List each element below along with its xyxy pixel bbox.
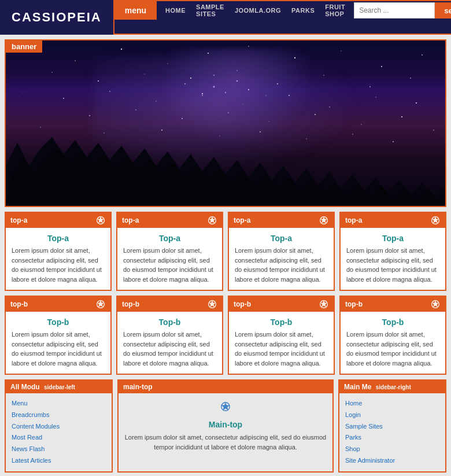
top-a-title-4: Top-a [341,228,445,246]
top-b-header-2: top-b [117,297,222,312]
sidebar-right-link-home[interactable]: Home [345,398,439,409]
sidebar-link-breadcrumbs[interactable]: Breadcrumbs [12,409,106,421]
top-a-label-1: top-a [10,216,27,224]
banner-background [6,40,445,206]
top-a-text-4: Lorem ipsum dolor sit amet, consectetur … [341,246,445,290]
top-b-label-2: top-b [122,300,139,308]
svg-point-16 [323,75,324,75]
svg-point-36 [401,116,402,117]
joomla-icon-3 [319,215,329,226]
banner-label: banner [6,40,42,53]
svg-point-37 [40,127,41,128]
banner-section: banner [5,39,446,207]
svg-point-21 [109,91,110,92]
sidebar-right-link-parks[interactable]: Parks [345,432,439,444]
svg-point-18 [410,78,411,79]
main-top-title: Main-top [124,415,327,433]
svg-point-15 [277,83,278,84]
top-b-text-4: Lorem ipsum dolor sit amet, consectetur … [341,330,445,374]
top-b-card-2: top-b Top-b Lorem ipsum dolor sit amet, … [116,296,223,375]
svg-point-28 [416,102,417,104]
svg-point-14 [236,70,238,71]
svg-point-45 [433,130,434,131]
svg-point-9 [422,54,423,56]
svg-point-13 [190,78,191,79]
search-button[interactable]: search [435,2,451,19]
svg-point-3 [167,63,168,64]
svg-point-35 [361,124,361,124]
all-modules-label: All Modu [10,383,40,391]
svg-point-12 [144,73,145,74]
sidebar-link-content-modules[interactable]: Content Modules [12,421,106,433]
svg-point-5 [248,46,249,47]
svg-point-2 [121,49,122,50]
sidebar-right-label: sidebar-right [376,384,411,390]
svg-point-10 [51,72,53,73]
svg-point-11 [98,80,99,82]
nav-link-home[interactable]: HOME [165,7,186,14]
svg-point-19 [23,92,23,93]
svg-point-27 [375,97,376,97]
nav-link-joomla[interactable]: JOOMLA.ORG [235,7,281,14]
top-a-text-2: Lorem ipsum dolor sit amet, consectetur … [117,246,222,290]
top-a-header-4: top-a [341,213,445,228]
joomla-icon-main [220,402,231,412]
joomla-icon-b2 [207,299,217,309]
sidebar-right-link-admin[interactable]: Site Administrator [345,455,439,467]
trees-silhouette [6,131,445,206]
sidebar-link-most-read[interactable]: Most Read [12,432,106,444]
sidebar-link-news-flash[interactable]: News Flash [12,444,106,455]
top-b-row: top-b Top-b Lorem ipsum dolor sit amet, … [5,296,446,375]
top-b-title-2: Top-b [117,312,222,330]
main-top-content: Main-top Lorem ipsum dolor sit amet, con… [119,393,332,457]
sidebar-right-link-login[interactable]: Login [345,409,439,421]
nav-link-parks[interactable]: PARKS [291,7,315,14]
svg-point-50 [248,89,249,90]
sidebar-right-link-sample[interactable]: Sample Sites [345,421,439,433]
svg-point-1 [75,60,76,61]
top-b-title-4: Top-b [341,312,445,330]
top-b-header-4: top-b [341,297,445,312]
svg-point-51 [213,75,215,76]
nav-links: HOME SAMPLE SITES JOOMLA.ORG PARKS FRUIT… [157,3,354,17]
top-a-card-2: top-a Top-a Lorem ipsum dolor sit amet, … [116,212,223,291]
top-a-text-1: Lorem ipsum dolor sit amet, consectetur … [6,246,110,290]
sidebar-link-menu[interactable]: Menu [12,398,106,409]
menu-button[interactable]: menu [114,1,157,20]
top-a-header-2: top-a [117,213,222,228]
joomla-icon-b1 [95,299,106,309]
svg-point-53 [265,95,267,96]
top-a-card-4: top-a Top-a Lorem ipsum dolor sit amet, … [339,212,446,291]
sidebar-left: All Modu sidebar-left Menu Breadcrumbs C… [5,379,113,473]
search-area: search [354,2,451,19]
svg-point-52 [184,83,186,84]
main-menu-label: Main Me [344,383,371,391]
sidebar-left-links: Menu Breadcrumbs Content Modules Most Re… [6,393,112,471]
top-b-title-3: Top-b [229,312,334,330]
svg-point-29 [89,115,90,116]
sidebar-right-link-shop[interactable]: Shop [345,444,439,455]
joomla-icon-4 [430,215,441,226]
trees-svg [6,131,445,206]
top-a-header-1: top-a [6,213,110,228]
svg-point-8 [381,66,382,67]
top-a-header-3: top-a [229,213,334,228]
sidebar-link-latest-articles[interactable]: Latest Articles [12,455,106,467]
svg-point-25 [289,95,290,96]
top-a-title-1: Top-a [6,228,110,246]
top-a-row: top-a Top-a Lorem ipsum dolor sit amet, … [5,212,446,291]
top-b-header-1: top-b [6,297,110,312]
top-b-header-3: top-b [229,297,334,312]
search-input[interactable] [354,2,435,19]
nav-link-fruit[interactable]: FRUIT SHOP [325,3,345,17]
svg-point-33 [268,121,269,121]
nav-link-sample[interactable]: SAMPLE SITES [196,3,224,17]
svg-point-32 [228,112,229,113]
top-a-title-2: Top-a [117,228,222,246]
top-b-card-1: top-b Top-b Lorem ipsum dolor sit amet, … [5,296,112,375]
sidebar-right-header: Main Me sidebar-right [339,381,445,393]
bottom-section: All Modu sidebar-left Menu Breadcrumbs C… [5,379,446,473]
svg-point-24 [242,104,243,104]
top-a-label-2: top-a [122,216,139,224]
top-b-label-3: top-b [234,300,251,308]
